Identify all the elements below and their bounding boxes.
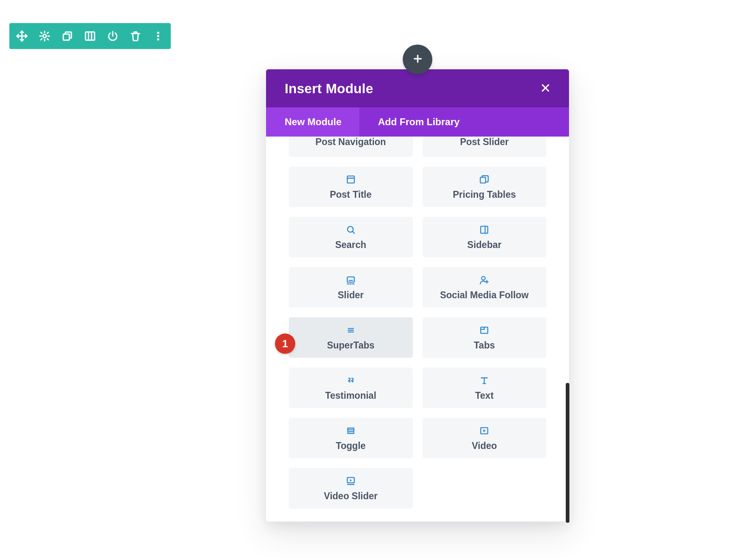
module-label: Video Slider	[324, 491, 378, 502]
search-icon	[345, 224, 356, 235]
module-pricing-tables[interactable]: Pricing Tables	[423, 167, 547, 207]
tab-new-module[interactable]: New Module	[266, 107, 359, 137]
module-label: SuperTabs	[327, 340, 374, 351]
window-icon	[345, 174, 356, 185]
module-search[interactable]: Search	[289, 217, 413, 257]
scrollbar-thumb[interactable]	[566, 383, 569, 523]
module-tabs[interactable]: Tabs	[423, 317, 547, 358]
svg-rect-6	[347, 176, 354, 183]
module-label: Social Media Follow	[440, 290, 529, 301]
module-supertabs[interactable]: SuperTabs	[289, 317, 413, 358]
columns-icon[interactable]	[83, 29, 97, 43]
svg-point-11	[482, 276, 485, 280]
module-social-media-follow[interactable]: Social Media Follow	[423, 267, 547, 308]
quote-icon	[345, 375, 356, 386]
svg-point-4	[157, 35, 159, 37]
module-label: Post Slider	[460, 137, 509, 147]
module-label: Slider	[338, 290, 364, 301]
modal-header: Insert Module	[266, 69, 569, 107]
text-icon	[479, 375, 490, 386]
module-post-navigation[interactable]: Post Navigation	[289, 137, 413, 157]
svg-point-5	[157, 38, 159, 41]
annotation-number: 1	[282, 338, 288, 350]
module-post-slider[interactable]: Post Slider	[423, 137, 547, 157]
module-label: Toggle	[336, 440, 366, 451]
modal-title: Insert Module	[285, 81, 373, 96]
svg-rect-1	[63, 34, 69, 40]
module-video-slider[interactable]: Video Slider	[289, 468, 413, 509]
move-icon[interactable]	[15, 29, 29, 43]
sidebar-icon	[479, 224, 490, 235]
cards-icon	[479, 174, 490, 185]
module-label: Search	[335, 239, 366, 250]
tab-add-from-library[interactable]: Add From Library	[359, 107, 477, 137]
trash-icon[interactable]	[129, 29, 142, 43]
svg-rect-2	[86, 32, 95, 40]
module-video[interactable]: Video	[423, 418, 547, 458]
module-sidebar[interactable]: Sidebar	[423, 217, 547, 257]
module-label: Sidebar	[467, 239, 501, 250]
play-icon	[479, 425, 490, 436]
slider-icon	[345, 274, 356, 286]
module-post-title[interactable]: Post Title	[289, 167, 413, 207]
kebab-icon[interactable]	[151, 29, 165, 43]
insert-module-modal: Insert Module New Module Add From Librar…	[266, 69, 569, 522]
rows-icon	[345, 425, 356, 436]
module-grid: Post Navigation Post Slider Post Title P…	[289, 137, 546, 509]
modal-tabs: New Module Add From Library	[266, 107, 569, 137]
svg-rect-7	[481, 177, 486, 183]
module-label: Text	[475, 390, 494, 401]
lines-icon	[345, 325, 356, 336]
duplicate-icon[interactable]	[60, 29, 74, 43]
module-label: Post Navigation	[316, 137, 386, 147]
svg-point-0	[43, 34, 46, 38]
annotation-badge-1: 1	[275, 333, 295, 354]
module-label: Tabs	[474, 340, 495, 351]
modal-body: Post Navigation Post Slider Post Title P…	[266, 137, 569, 522]
builder-toolbar	[9, 23, 171, 49]
power-icon[interactable]	[106, 29, 120, 43]
module-toggle[interactable]: Toggle	[289, 418, 413, 458]
svg-rect-9	[481, 226, 488, 233]
close-icon	[540, 83, 551, 95]
module-testimonial[interactable]: Testimonial	[289, 368, 413, 408]
module-label: Video	[472, 440, 497, 451]
person-plus-icon	[479, 274, 490, 286]
svg-point-3	[157, 32, 159, 34]
tab-icon	[479, 325, 490, 336]
modal-close-button[interactable]	[537, 81, 554, 97]
add-module-button[interactable]	[403, 45, 432, 74]
svg-rect-13	[348, 430, 354, 431]
module-label: Pricing Tables	[453, 189, 516, 200]
svg-rect-10	[347, 277, 354, 282]
module-slider[interactable]: Slider	[289, 267, 413, 308]
module-label: Testimonial	[325, 390, 376, 401]
module-text[interactable]: Text	[423, 368, 547, 408]
play-bar-icon	[345, 475, 356, 487]
plus-icon	[412, 53, 423, 66]
module-label: Post Title	[330, 189, 371, 200]
gear-icon[interactable]	[38, 29, 52, 43]
